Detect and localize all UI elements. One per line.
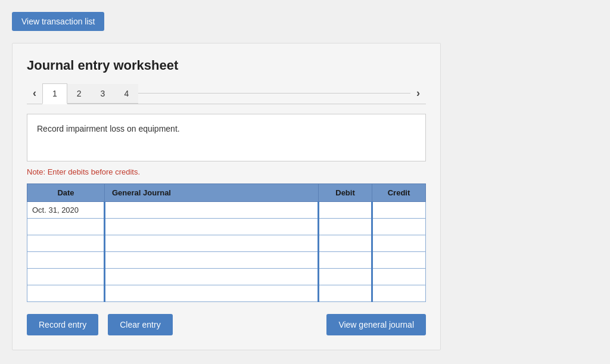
debit-input-5[interactable]: [319, 285, 371, 301]
journal-cell-1[interactable]: [105, 219, 319, 235]
journal-cell-0[interactable]: [105, 202, 319, 219]
credit-input-3[interactable]: [373, 252, 425, 268]
header-journal: General Journal: [105, 184, 319, 202]
journal-cell-4[interactable]: [105, 269, 319, 285]
debit-input-3[interactable]: [319, 252, 371, 268]
worksheet-container: Journal entry worksheet ‹ 1 2 3 4 › Reco…: [12, 43, 441, 350]
debit-input-0[interactable]: [319, 202, 371, 218]
table-row: [27, 252, 426, 269]
top-bar: View transaction list: [12, 12, 598, 31]
journal-input-4[interactable]: [105, 269, 318, 285]
tab-3[interactable]: 3: [91, 84, 115, 104]
date-cell-5: [27, 285, 105, 302]
worksheet-title: Journal entry worksheet: [27, 58, 426, 73]
table-row: Oct. 31, 2020: [27, 202, 426, 219]
journal-input-5[interactable]: [105, 285, 318, 301]
date-cell-0: Oct. 31, 2020: [27, 202, 105, 219]
debit-cell-4[interactable]: [319, 269, 372, 285]
date-cell-3: [27, 252, 105, 269]
date-cell-4: [27, 269, 105, 285]
credit-cell-3[interactable]: [372, 252, 426, 269]
note-text: Note: Enter debits before credits.: [27, 167, 426, 176]
journal-input-0[interactable]: [105, 202, 318, 218]
debit-cell-3[interactable]: [319, 252, 372, 269]
table-row: [27, 219, 426, 235]
credit-input-0[interactable]: [373, 202, 425, 218]
credit-input-2[interactable]: [373, 235, 425, 251]
credit-cell-5[interactable]: [372, 285, 426, 302]
debit-cell-5[interactable]: [319, 285, 372, 302]
journal-cell-3[interactable]: [105, 252, 319, 269]
credit-cell-4[interactable]: [372, 269, 426, 285]
credit-input-5[interactable]: [373, 285, 425, 301]
credit-input-1[interactable]: [373, 219, 425, 235]
debit-input-2[interactable]: [319, 235, 371, 251]
journal-input-3[interactable]: [105, 252, 318, 268]
table-row: [27, 235, 426, 252]
clear-entry-button[interactable]: Clear entry: [108, 314, 172, 335]
tab-prev-arrow[interactable]: ‹: [27, 83, 42, 103]
credit-cell-2[interactable]: [372, 235, 426, 252]
tab-4[interactable]: 4: [114, 84, 138, 104]
debit-cell-2[interactable]: [319, 235, 372, 252]
journal-input-2[interactable]: [105, 235, 318, 251]
tab-1[interactable]: 1: [42, 83, 67, 104]
table-row: [27, 269, 426, 285]
view-transaction-button[interactable]: View transaction list: [12, 12, 104, 31]
header-debit: Debit: [319, 184, 372, 202]
credit-cell-1[interactable]: [372, 219, 426, 235]
tab-navigation: ‹ 1 2 3 4 ›: [27, 83, 426, 104]
journal-cell-5[interactable]: [105, 285, 319, 302]
action-buttons: Record entry Clear entry View general jo…: [27, 314, 426, 335]
header-credit: Credit: [372, 184, 426, 202]
instruction-box: Record impairment loss on equipment.: [27, 114, 426, 161]
credit-cell-0[interactable]: [372, 202, 426, 219]
tab-next-arrow[interactable]: ›: [410, 83, 426, 103]
debit-cell-0[interactable]: [319, 202, 372, 219]
journal-cell-2[interactable]: [105, 235, 319, 252]
debit-input-1[interactable]: [319, 219, 371, 235]
journal-table: Date General Journal Debit Credit Oct. 3…: [27, 183, 426, 302]
header-date: Date: [27, 184, 105, 202]
record-entry-button[interactable]: Record entry: [27, 314, 98, 335]
debit-input-4[interactable]: [319, 269, 371, 285]
date-cell-2: [27, 235, 105, 252]
table-row: [27, 285, 426, 302]
journal-input-1[interactable]: [105, 219, 318, 235]
view-general-journal-button[interactable]: View general journal: [326, 314, 426, 335]
tab-2[interactable]: 2: [67, 84, 91, 104]
instruction-text: Record impairment loss on equipment.: [37, 124, 180, 133]
credit-input-4[interactable]: [373, 269, 425, 285]
debit-cell-1[interactable]: [319, 219, 372, 235]
date-cell-1: [27, 219, 105, 235]
